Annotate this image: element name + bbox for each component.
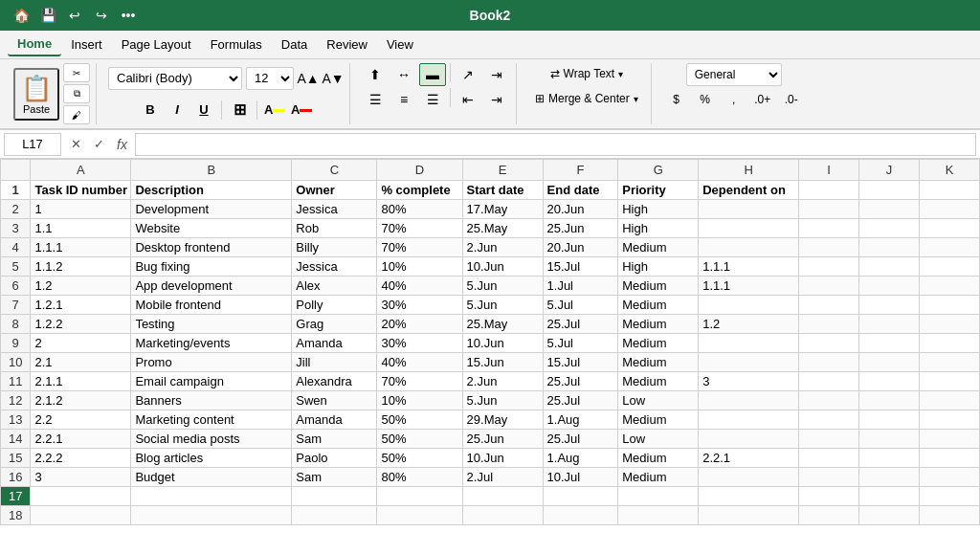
percent-button[interactable]: % bbox=[692, 88, 719, 111]
cell-18-E[interactable] bbox=[462, 506, 543, 525]
cell-3-I[interactable] bbox=[799, 219, 859, 238]
cell-9-F[interactable]: 5.Jul bbox=[543, 334, 618, 353]
cell-18-I[interactable] bbox=[799, 506, 859, 525]
cell-15-F[interactable]: 1.Aug bbox=[543, 449, 618, 468]
cell-1-E[interactable]: Start date bbox=[462, 181, 543, 200]
menu-item-insert[interactable]: Insert bbox=[61, 33, 112, 55]
cell-7-H[interactable] bbox=[699, 296, 799, 315]
cell-8-C[interactable]: Grag bbox=[292, 315, 377, 334]
row-header-13[interactable]: 13 bbox=[1, 410, 31, 430]
col-header-e[interactable]: E bbox=[462, 160, 543, 181]
cell-10-E[interactable]: 15.Jun bbox=[462, 353, 543, 372]
cell-8-K[interactable] bbox=[920, 315, 980, 334]
decrease-font-size-button[interactable]: A▼ bbox=[323, 68, 344, 89]
cell-2-C[interactable]: Jessica bbox=[292, 200, 377, 219]
cell-11-E[interactable]: 2.Jun bbox=[462, 372, 543, 391]
cut-button[interactable]: ✂ bbox=[63, 63, 90, 82]
cell-1-H[interactable]: Dependent on bbox=[699, 181, 799, 200]
bold-button[interactable]: B bbox=[139, 99, 162, 122]
cell-16-K[interactable] bbox=[920, 468, 980, 487]
cell-9-C[interactable]: Amanda bbox=[292, 334, 377, 353]
cell-14-E[interactable]: 25.Jun bbox=[462, 430, 543, 449]
cell-1-C[interactable]: Owner bbox=[292, 181, 377, 200]
cell-7-F[interactable]: 5.Jul bbox=[543, 296, 618, 315]
cell-3-D[interactable]: 70% bbox=[377, 219, 462, 238]
cell-11-J[interactable] bbox=[859, 372, 920, 391]
col-header-i[interactable]: I bbox=[799, 160, 859, 181]
cell-11-H[interactable]: 3 bbox=[699, 372, 799, 391]
cell-13-J[interactable] bbox=[859, 410, 920, 430]
fill-color-button[interactable]: A bbox=[263, 99, 286, 122]
align-bottom-button[interactable]: ▬ bbox=[419, 63, 446, 86]
cell-11-A[interactable]: 2.1.1 bbox=[31, 372, 131, 391]
more-icon[interactable]: ••• bbox=[119, 6, 138, 25]
cell-8-B[interactable]: Testing bbox=[131, 315, 292, 334]
cell-17-H[interactable] bbox=[699, 487, 799, 506]
cell-15-J[interactable] bbox=[859, 449, 920, 468]
save-icon[interactable]: 💾 bbox=[38, 6, 57, 25]
cell-6-F[interactable]: 1.Jul bbox=[543, 277, 618, 296]
row-header-1[interactable]: 1 bbox=[1, 181, 31, 200]
cell-13-H[interactable] bbox=[699, 410, 799, 430]
cell-2-H[interactable] bbox=[699, 200, 799, 219]
cell-3-J[interactable] bbox=[859, 219, 920, 238]
align-right-button[interactable]: ☰ bbox=[419, 88, 446, 111]
cell-4-D[interactable]: 70% bbox=[377, 238, 462, 257]
cell-4-A[interactable]: 1.1.1 bbox=[31, 238, 131, 257]
cell-1-F[interactable]: End date bbox=[543, 181, 618, 200]
cell-2-G[interactable]: High bbox=[618, 200, 699, 219]
cell-14-C[interactable]: Sam bbox=[292, 430, 377, 449]
cell-13-A[interactable]: 2.2 bbox=[31, 410, 131, 430]
formula-input[interactable] bbox=[135, 133, 976, 156]
cell-10-J[interactable] bbox=[859, 353, 920, 372]
row-header-7[interactable]: 7 bbox=[1, 296, 31, 315]
paste-button[interactable]: 📋 Paste bbox=[13, 68, 59, 121]
cell-4-I[interactable] bbox=[799, 238, 859, 257]
cell-9-B[interactable]: Marketing/events bbox=[131, 334, 292, 353]
row-header-8[interactable]: 8 bbox=[1, 315, 31, 334]
cell-8-F[interactable]: 25.Jul bbox=[543, 315, 618, 334]
row-header-17[interactable]: 17 bbox=[1, 487, 31, 506]
cell-8-A[interactable]: 1.2.2 bbox=[31, 315, 131, 334]
cell-18-B[interactable] bbox=[131, 506, 292, 525]
cell-17-D[interactable] bbox=[377, 487, 462, 506]
cell-10-K[interactable] bbox=[920, 353, 980, 372]
cell-6-A[interactable]: 1.2 bbox=[31, 277, 131, 296]
cell-14-B[interactable]: Social media posts bbox=[131, 430, 292, 449]
italic-button[interactable]: I bbox=[166, 99, 189, 122]
cell-9-J[interactable] bbox=[859, 334, 920, 353]
cell-5-G[interactable]: High bbox=[618, 257, 699, 277]
cell-12-K[interactable] bbox=[920, 391, 980, 410]
col-header-a[interactable]: A bbox=[31, 160, 131, 181]
col-header-h[interactable]: H bbox=[699, 160, 799, 181]
cell-14-J[interactable] bbox=[859, 430, 920, 449]
cell-2-J[interactable] bbox=[859, 200, 920, 219]
cell-10-I[interactable] bbox=[799, 353, 859, 372]
cell-2-I[interactable] bbox=[799, 200, 859, 219]
row-header-11[interactable]: 11 bbox=[1, 372, 31, 391]
cell-8-G[interactable]: Medium bbox=[618, 315, 699, 334]
cell-8-H[interactable]: 1.2 bbox=[699, 315, 799, 334]
row-header-5[interactable]: 5 bbox=[1, 257, 31, 277]
cell-9-I[interactable] bbox=[799, 334, 859, 353]
increase-indent-button[interactable]: ⇥ bbox=[483, 88, 510, 111]
cell-17-K[interactable] bbox=[920, 487, 980, 506]
row-header-12[interactable]: 12 bbox=[1, 391, 31, 410]
cell-6-D[interactable]: 40% bbox=[377, 277, 462, 296]
cell-12-F[interactable]: 25.Jul bbox=[543, 391, 618, 410]
cell-12-G[interactable]: Low bbox=[618, 391, 699, 410]
row-header-15[interactable]: 15 bbox=[1, 449, 31, 468]
cell-15-I[interactable] bbox=[799, 449, 859, 468]
cell-4-B[interactable]: Desktop frontend bbox=[131, 238, 292, 257]
indent-button[interactable]: ⇥ bbox=[483, 63, 510, 86]
cell-4-F[interactable]: 20.Jun bbox=[543, 238, 618, 257]
col-header-c[interactable]: C bbox=[292, 160, 377, 181]
row-header-9[interactable]: 9 bbox=[1, 334, 31, 353]
cell-18-D[interactable] bbox=[377, 506, 462, 525]
cell-15-H[interactable]: 2.2.1 bbox=[699, 449, 799, 468]
cell-10-C[interactable]: Jill bbox=[292, 353, 377, 372]
font-face-select[interactable]: Calibri (Body) bbox=[108, 67, 242, 90]
cell-18-G[interactable] bbox=[618, 506, 699, 525]
cell-13-K[interactable] bbox=[920, 410, 980, 430]
cell-3-C[interactable]: Rob bbox=[292, 219, 377, 238]
